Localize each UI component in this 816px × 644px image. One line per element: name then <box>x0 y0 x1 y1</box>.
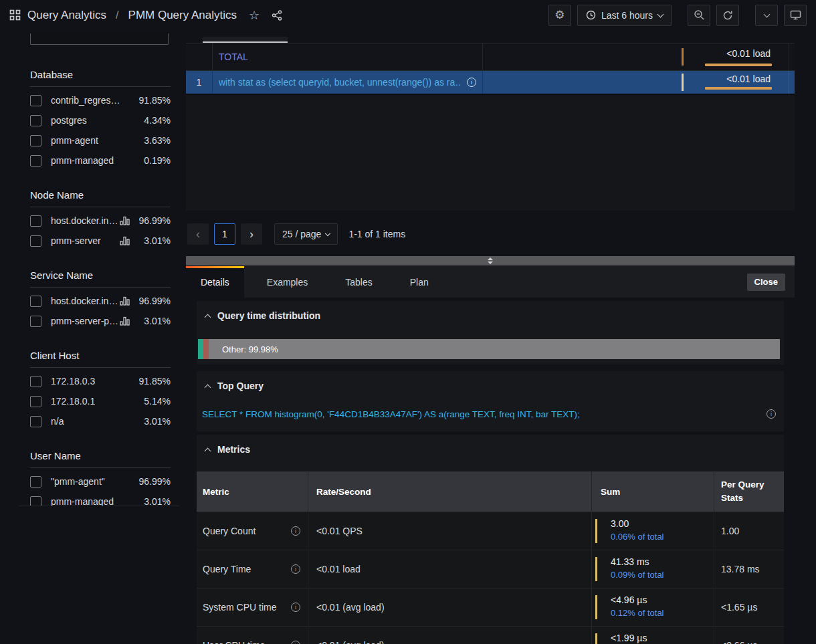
star-icon[interactable]: ☆ <box>249 9 260 21</box>
filter-section-node-name: Node Name host.docker.in… 96.99% pmm-ser… <box>30 189 171 251</box>
resize-down-icon <box>488 261 493 264</box>
info-icon[interactable] <box>291 603 300 612</box>
checkbox[interactable] <box>30 95 41 106</box>
filter-item[interactable]: pmm-agent 3.63% <box>30 130 171 150</box>
filter-percent: 91.85% <box>136 95 171 106</box>
filter-label: n/a <box>51 416 136 427</box>
query-link[interactable]: with stat as (select queryid, bucket, un… <box>219 77 462 88</box>
close-button[interactable]: Close <box>747 274 785 291</box>
info-icon[interactable] <box>291 526 300 536</box>
refresh-button[interactable] <box>716 5 739 26</box>
collapse-icon[interactable] <box>205 384 211 391</box>
next-page-button[interactable]: › <box>241 223 262 245</box>
filter-item[interactable]: pmm-managed 0.19% <box>30 150 171 171</box>
filter-percent: 5.14% <box>136 396 171 407</box>
details-panel: Details Examples Tables Plan Close Query… <box>186 266 795 644</box>
dashboard-settings-button[interactable]: ⚙ <box>548 5 571 26</box>
metrics-row-query-count: Query Count <0.01 QPS 3.00 0.06% of tota… <box>197 512 784 550</box>
time-range-picker[interactable]: Last 6 hours <box>577 5 672 26</box>
checkbox[interactable] <box>30 416 41 427</box>
filter-item[interactable]: "pmm-agent" 96.99% <box>30 471 171 492</box>
tab-examples[interactable]: Examples <box>252 266 322 298</box>
filter-item[interactable]: n/a 3.01% <box>30 411 171 431</box>
tab-plan[interactable]: Plan <box>395 266 443 298</box>
checkbox[interactable] <box>30 235 41 247</box>
page-size-select[interactable]: 25 / page <box>274 223 338 245</box>
table-header-remnant[interactable] <box>203 37 288 43</box>
sum-sparkline-tick <box>595 557 597 581</box>
apps-grid-icon[interactable] <box>9 9 21 21</box>
metric-sum: <4.96 µs <box>601 595 647 605</box>
zoom-out-icon <box>694 9 705 21</box>
collapse-icon[interactable] <box>205 447 211 454</box>
total-link[interactable]: TOTAL <box>219 51 248 62</box>
collapse-icon[interactable] <box>205 314 211 320</box>
metric-percent-link[interactable]: 0.09% of total <box>601 570 664 580</box>
page-1-button[interactable]: 1 <box>214 223 235 245</box>
top-query-sql: SELECT * FROM histogram(0, 'F44CD1B4B33A… <box>202 409 580 419</box>
bar-chart-icon[interactable] <box>120 316 130 326</box>
metric-per-query: 13.78 ms <box>714 550 784 588</box>
checkbox[interactable] <box>30 135 41 146</box>
metric-per-query: <0.66 µs <box>714 627 784 644</box>
filter-item[interactable]: 172.18.0.1 5.14% <box>30 391 171 411</box>
filter-section-title: Database <box>30 69 171 81</box>
kiosk-mode-button[interactable] <box>784 5 807 26</box>
filter-percent: 96.99% <box>136 296 171 306</box>
checkbox[interactable] <box>30 316 41 327</box>
top-query-card: Top Query SELECT * FROM histogram(0, 'F4… <box>197 371 784 431</box>
metric-rate: <0.01 (avg load) <box>308 588 592 626</box>
filter-section-service-name: Service Name host.docker.in… 96.99% pmm-… <box>30 270 171 331</box>
tab-tables[interactable]: Tables <box>330 266 387 298</box>
zoom-out-button[interactable] <box>688 5 710 26</box>
bar-chart-icon[interactable] <box>120 236 130 245</box>
info-icon[interactable] <box>291 641 300 644</box>
metric-percent-link[interactable]: 0.06% of total <box>601 532 664 542</box>
filters-search-input[interactable] <box>30 33 169 45</box>
info-icon[interactable] <box>767 409 776 419</box>
checkbox[interactable] <box>30 115 41 126</box>
details-tabbar: Details Examples Tables Plan Close <box>186 266 795 298</box>
filter-item[interactable]: 172.18.0.3 91.85% <box>30 371 171 391</box>
info-icon[interactable] <box>291 564 300 574</box>
checkbox[interactable] <box>30 215 41 227</box>
table-row-total[interactable]: TOTAL <0.01 load <box>186 43 795 71</box>
filter-section-title: Node Name <box>30 189 171 201</box>
metric-name: Query Count <box>203 526 256 536</box>
tab-details[interactable]: Details <box>186 266 244 298</box>
row-number-cell <box>186 43 213 70</box>
checkbox[interactable] <box>30 396 41 407</box>
checkbox[interactable] <box>30 496 41 507</box>
checkbox[interactable] <box>30 155 41 167</box>
metrics-table-header: Metric Rate/Second Sum Per Query Stats <box>197 471 784 512</box>
checkbox[interactable] <box>30 476 41 488</box>
metrics-row-query-time: Query Time <0.01 load 41.33 ms 0.09% of … <box>197 550 784 588</box>
filter-label: 172.18.0.3 <box>51 376 136 387</box>
divider <box>30 207 171 207</box>
table-row-selected[interactable]: 1 with stat as (select queryid, bucket, … <box>186 71 795 95</box>
breadcrumb-parent[interactable]: Query Analytics <box>27 9 106 22</box>
divider <box>30 467 171 468</box>
info-icon[interactable] <box>467 78 476 87</box>
sum-sparkline-tick <box>595 633 597 644</box>
prev-page-button[interactable]: ‹ <box>187 223 209 245</box>
panel-resize-handle[interactable] <box>186 256 795 265</box>
filter-item[interactable]: host.docker.in… 96.99% <box>30 211 171 231</box>
filter-item[interactable]: pmm-server 3.01% <box>30 231 171 251</box>
filter-item[interactable]: host.docker.in… 96.99% <box>30 291 171 311</box>
distribution-segment-other: Other: 99.98% <box>209 339 780 359</box>
clock-icon <box>586 10 596 20</box>
filter-item[interactable]: contrib_regres… 91.85% <box>30 90 171 110</box>
bar-chart-icon[interactable] <box>120 296 130 306</box>
checkbox[interactable] <box>30 296 41 307</box>
bar-chart-icon[interactable] <box>120 216 130 225</box>
refresh-interval-dropdown[interactable] <box>755 5 778 26</box>
metric-percent-link[interactable]: 0.12% of total <box>601 608 664 618</box>
metric-name: Query Time <box>203 564 251 574</box>
checkbox[interactable] <box>30 376 41 387</box>
filter-item[interactable]: pmm-server-p… 3.01% <box>30 311 171 331</box>
chevron-down-icon <box>763 11 770 17</box>
filter-item[interactable]: postgres 4.34% <box>30 110 171 130</box>
filter-item[interactable]: pmm-managed 3.01% <box>30 492 171 506</box>
share-icon[interactable] <box>272 10 282 21</box>
